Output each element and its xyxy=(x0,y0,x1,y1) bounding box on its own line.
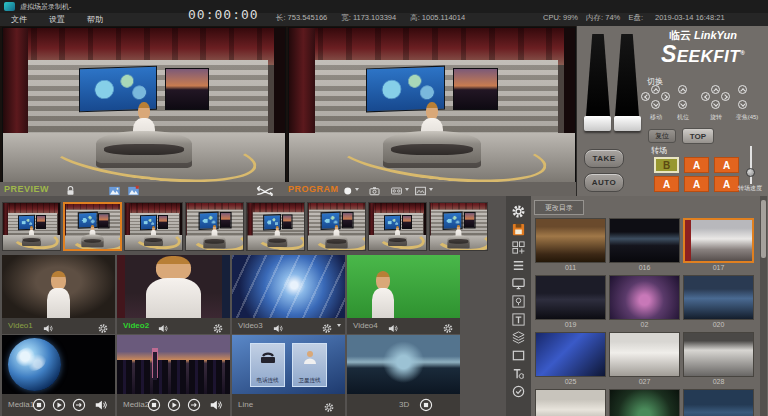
rotate-down-button[interactable] xyxy=(711,100,720,109)
template-item-025[interactable]: 025 xyxy=(535,332,606,387)
template-thumb[interactable] xyxy=(683,218,754,263)
take-button[interactable]: TAKE xyxy=(584,149,624,168)
light-icon[interactable] xyxy=(511,294,526,309)
media2-thumbnail-skyline[interactable] xyxy=(117,335,230,394)
move-up-button[interactable] xyxy=(651,85,660,94)
add-layout-icon[interactable] xyxy=(511,240,526,255)
snapshot-camera-icon[interactable] xyxy=(368,183,381,195)
media1-thumbnail-globe[interactable] xyxy=(2,335,115,394)
template-thumb[interactable] xyxy=(535,218,606,263)
scene-angle-thumb-1[interactable] xyxy=(2,202,61,251)
display-icon[interactable] xyxy=(511,276,526,291)
auto-button[interactable]: AUTO xyxy=(584,173,624,192)
zoom-out-button[interactable] xyxy=(738,100,747,109)
video4-thumbnail-greenscreen[interactable] xyxy=(347,255,460,318)
frame-icon[interactable] xyxy=(511,348,526,363)
reset-button[interactable]: 复位 xyxy=(648,129,676,143)
still-image-icon[interactable] xyxy=(414,183,427,195)
template-thumb[interactable] xyxy=(683,332,754,377)
video1-thumbnail[interactable] xyxy=(2,255,115,318)
still-image-caret[interactable] xyxy=(429,188,433,191)
template-thumb[interactable] xyxy=(609,389,680,416)
template-scrollbar[interactable] xyxy=(760,196,767,416)
template-thumb[interactable] xyxy=(535,389,606,416)
template-thumb[interactable] xyxy=(535,275,606,320)
video3-thumbnail[interactable] xyxy=(232,255,345,318)
video2-thumbnail[interactable] xyxy=(117,255,230,318)
menu-settings[interactable]: 设置 xyxy=(38,14,76,25)
line-settings-gear-icon[interactable] xyxy=(323,399,335,410)
video2-settings-gear-icon[interactable] xyxy=(212,320,224,331)
scene-angle-thumb-7[interactable] xyxy=(368,202,427,251)
zoom-in-button[interactable] xyxy=(738,85,747,94)
subtitle-text-icon[interactable] xyxy=(511,366,526,381)
threed-thumbnail[interactable] xyxy=(347,335,460,394)
template-thumb[interactable] xyxy=(535,332,606,377)
layers-icon[interactable] xyxy=(511,330,526,345)
background-image-edit-icon[interactable] xyxy=(127,183,140,195)
template-item-011[interactable]: 011 xyxy=(535,218,606,273)
video1-settings-gear-icon[interactable] xyxy=(97,320,109,331)
top-button[interactable]: TOP xyxy=(682,128,714,144)
transition-a3-button[interactable]: A xyxy=(714,157,739,173)
swap-preview-program-icon[interactable] xyxy=(254,183,276,195)
media1-loop-button[interactable] xyxy=(72,398,86,412)
media2-loop-button[interactable] xyxy=(187,398,201,412)
video3-settings-gear-icon[interactable] xyxy=(321,320,333,331)
template-thumb[interactable] xyxy=(609,275,680,320)
change-directory-button[interactable]: 更改目录 xyxy=(534,200,584,215)
camera-down-button[interactable] xyxy=(678,100,687,109)
template-item-020[interactable]: 020 xyxy=(683,275,754,330)
template-thumb[interactable] xyxy=(609,332,680,377)
template-item-017-selected[interactable]: 017 xyxy=(683,218,754,273)
rotate-left-button[interactable] xyxy=(701,92,710,101)
line-thumbnail[interactable]: 电话连线 卫星连线 xyxy=(232,335,345,394)
save-icon[interactable] xyxy=(511,222,526,237)
satellite-line-tile[interactable]: 卫星连线 xyxy=(292,343,327,387)
scene-angle-thumb-5[interactable] xyxy=(246,202,305,251)
fader-handle-left[interactable] xyxy=(584,116,611,131)
move-left-button[interactable] xyxy=(641,92,650,101)
camera-up-button[interactable] xyxy=(678,85,687,94)
media2-audio-icon[interactable] xyxy=(209,398,223,412)
template-item-019[interactable]: 019 xyxy=(535,275,606,330)
background-image-icon[interactable] xyxy=(108,183,121,195)
fader-handle-right[interactable] xyxy=(614,116,641,131)
move-down-button[interactable] xyxy=(651,100,660,109)
media1-audio-icon[interactable] xyxy=(94,398,108,412)
template-item-02[interactable]: 02 xyxy=(609,275,680,330)
video2-audio-icon[interactable] xyxy=(157,320,169,331)
media2-play-button[interactable] xyxy=(167,398,181,412)
transition-speed-slider[interactable] xyxy=(746,168,755,177)
verify-stamp-icon[interactable] xyxy=(511,384,526,399)
video4-audio-icon[interactable] xyxy=(387,320,399,331)
rotate-right-button[interactable] xyxy=(721,92,730,101)
template-item-016[interactable]: 016 xyxy=(609,218,680,273)
transition-a2-button[interactable]: A xyxy=(684,157,709,173)
scene-angle-thumb-3[interactable] xyxy=(124,202,183,251)
scene-angle-thumb-2-selected[interactable] xyxy=(63,202,122,251)
template-thumb[interactable] xyxy=(609,218,680,263)
menu-help[interactable]: 帮助 xyxy=(76,14,114,25)
playlist-icon[interactable] xyxy=(511,258,526,273)
scene-angle-thumb-6[interactable] xyxy=(307,202,366,251)
media1-play-button[interactable] xyxy=(52,398,66,412)
settings-gear-icon[interactable] xyxy=(511,204,526,219)
lock-icon[interactable] xyxy=(64,183,77,195)
video4-settings-gear-icon[interactable] xyxy=(442,320,454,331)
stream-options-caret[interactable] xyxy=(405,188,409,191)
threed-stop-button[interactable] xyxy=(419,398,433,412)
scrollbar-thumb[interactable] xyxy=(761,200,766,258)
menu-file[interactable]: 文件 xyxy=(0,14,38,25)
title-text-icon[interactable] xyxy=(511,312,526,327)
video3-audio-icon[interactable] xyxy=(272,320,284,331)
media2-stop-button[interactable] xyxy=(147,398,161,412)
t-bar-fader[interactable] xyxy=(583,32,645,144)
template-item-row4-1[interactable] xyxy=(535,389,606,416)
template-thumb[interactable] xyxy=(683,389,754,416)
record-options-caret[interactable] xyxy=(355,188,359,191)
phone-line-tile[interactable]: 电话连线 xyxy=(250,343,285,387)
template-item-027[interactable]: 027 xyxy=(609,332,680,387)
video3-options-caret[interactable] xyxy=(337,324,341,327)
template-item-row4-3[interactable] xyxy=(683,389,754,416)
